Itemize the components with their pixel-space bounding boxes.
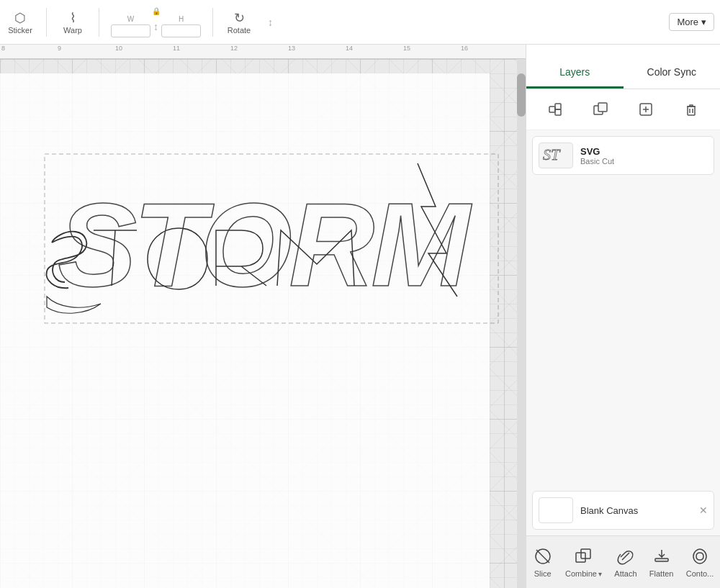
- rotate-label: Rotate: [228, 26, 251, 35]
- vertical-scrollbar[interactable]: [517, 59, 526, 588]
- separator-3: [212, 8, 213, 37]
- size-group: 🔒 W ↕ H: [111, 7, 201, 37]
- duplicate-button[interactable]: [588, 96, 613, 122]
- layer-svg[interactable]: ST SVG Basic Cut: [532, 136, 714, 175]
- layer-name: SVG: [580, 146, 708, 157]
- panel-spacer: [526, 314, 720, 486]
- combine-dropdown-arrow: ▾: [598, 570, 602, 578]
- layer-info: SVG Basic Cut: [580, 146, 708, 166]
- sticker-tool[interactable]: ⬡ Sticker: [6, 10, 35, 35]
- blank-canvas-close-button[interactable]: ✕: [699, 505, 708, 516]
- separator-2: [99, 8, 99, 37]
- tab-colorsync[interactable]: Color Sync: [624, 60, 721, 89]
- layer-thumbnail: ST: [539, 143, 573, 168]
- attach-icon: [616, 546, 636, 566]
- panel-tabs: Layers Color Sync: [526, 45, 720, 89]
- group-button[interactable]: [542, 96, 568, 122]
- storm-artwork[interactable]: STORM: [43, 153, 504, 333]
- canvas-area[interactable]: 8 9 10 11 12 13 14 15 16: [0, 45, 526, 588]
- warp-label: Warp: [63, 26, 82, 35]
- add-layer-button[interactable]: [633, 96, 659, 122]
- combine-icon: [573, 546, 593, 566]
- panel-bottom-actions: Slice Combine ▾: [526, 535, 720, 588]
- svg-rect-6: [598, 103, 607, 112]
- blank-canvas-thumb: [539, 497, 573, 523]
- flatten-icon: [652, 546, 672, 566]
- main-toolbar: ⬡ Sticker ⌇ Warp 🔒 W ↕ H ↻ Rotate ↕: [0, 0, 720, 45]
- panel-toolbar: [526, 89, 720, 130]
- warp-tool[interactable]: ⌇ Warp: [58, 10, 87, 35]
- width-input[interactable]: [111, 24, 150, 37]
- svg-rect-10: [688, 107, 695, 115]
- more-arrow: ▾: [701, 17, 706, 27]
- svg-rect-4: [555, 109, 561, 115]
- more-button[interactable]: More ▾: [669, 13, 714, 31]
- blank-canvas-item[interactable]: Blank Canvas ✕: [532, 491, 714, 530]
- design-surface: STORM: [0, 59, 517, 588]
- flatten-label: Flatten: [649, 569, 674, 578]
- sticker-icon: ⬡: [14, 10, 26, 26]
- svg-line-15: [536, 550, 549, 563]
- combine-button[interactable]: Combine ▾: [559, 542, 608, 582]
- layers-list: ST SVG Basic Cut: [526, 130, 720, 314]
- scrollbar-thumb[interactable]: [517, 73, 526, 117]
- delete-layer-button[interactable]: [678, 96, 704, 122]
- svg-rect-18: [655, 558, 668, 561]
- combine-label: Combine: [565, 569, 597, 578]
- rotate-icon: ↻: [234, 10, 245, 26]
- sticker-label: Sticker: [8, 26, 32, 35]
- lock-icon: 🔒: [152, 7, 161, 15]
- separator-1: [46, 8, 47, 37]
- svg-text:ST: ST: [543, 145, 561, 163]
- height-input[interactable]: [161, 24, 201, 37]
- warp-icon: ⌇: [70, 10, 76, 26]
- layer-type: Basic Cut: [580, 157, 708, 166]
- blank-canvas-label: Blank Canvas: [580, 505, 638, 516]
- slice-button[interactable]: Slice: [527, 542, 559, 582]
- ruler-top: 8 9 10 11 12 13 14 15 16: [0, 45, 526, 59]
- slice-label: Slice: [534, 569, 552, 578]
- svg-rect-2: [549, 107, 555, 112]
- rotate-tool[interactable]: ↻ Rotate: [225, 10, 253, 35]
- right-panel: Layers Color Sync: [526, 45, 720, 588]
- main-area: 8 9 10 11 12 13 14 15 16: [0, 45, 720, 588]
- contour-label: Conto...: [686, 569, 714, 578]
- tab-layers[interactable]: Layers: [526, 60, 624, 89]
- contour-icon: [690, 546, 710, 566]
- attach-label: Attach: [614, 569, 636, 578]
- attach-button[interactable]: Attach: [608, 542, 642, 582]
- flatten-button[interactable]: Flatten: [644, 542, 680, 582]
- svg-text:STORM: STORM: [58, 178, 472, 311]
- svg-rect-3: [555, 104, 561, 109]
- more-label: More: [677, 17, 698, 27]
- slice-icon: [533, 546, 553, 566]
- contour-button[interactable]: Conto...: [680, 542, 720, 582]
- action-buttons-row: Slice Combine ▾: [526, 542, 720, 582]
